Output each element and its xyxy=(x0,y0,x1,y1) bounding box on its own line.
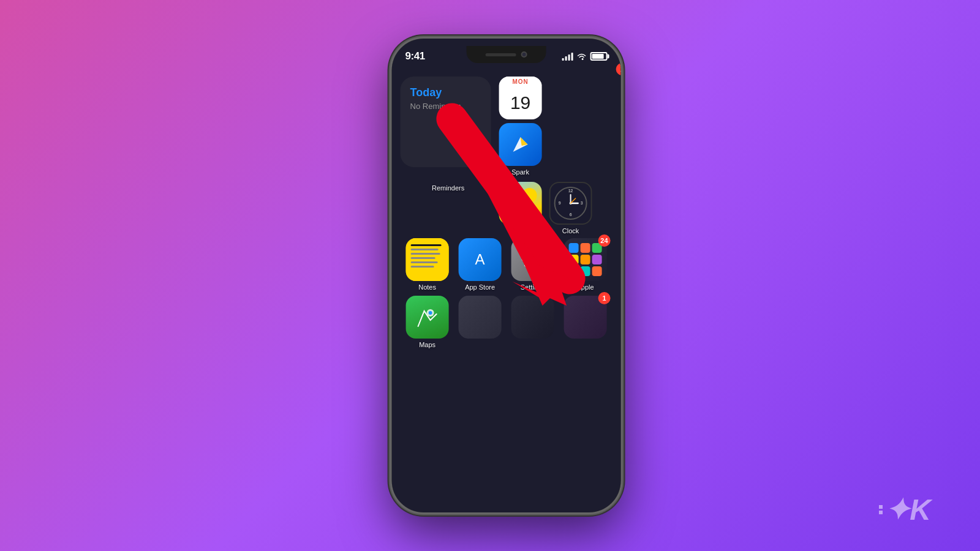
svg-point-11 xyxy=(530,257,535,262)
clock-label: Clock xyxy=(562,227,579,234)
svg-rect-18 xyxy=(524,263,528,268)
multi1-app-icon[interactable] xyxy=(459,296,502,339)
svg-rect-19 xyxy=(537,263,541,268)
notes-label: Notes xyxy=(418,283,436,291)
svg-rect-16 xyxy=(524,251,528,255)
background: 9:41 xyxy=(0,0,980,551)
apple-folder-icon[interactable]: 24 xyxy=(564,238,607,281)
status-time: 9:41 xyxy=(405,50,425,62)
app-cell-spark: Spark xyxy=(497,123,544,176)
app-cell-clock: 12 3 6 9 C xyxy=(548,182,594,234)
calendar-day: MON xyxy=(499,77,542,86)
watermark-dots xyxy=(879,505,883,514)
appstore-app-icon[interactable]: A xyxy=(459,238,502,281)
front-camera xyxy=(521,51,527,58)
multi2-app-icon[interactable] xyxy=(511,296,554,339)
status-icons xyxy=(562,52,608,61)
apple-folder-label: Apple xyxy=(577,283,594,291)
appstore-label: App Store xyxy=(465,283,495,291)
spark-label: Spark xyxy=(511,168,529,176)
app-cell-multi3: 1 xyxy=(562,296,609,348)
notch xyxy=(467,46,546,63)
svg-text:12: 12 xyxy=(568,189,573,193)
svg-point-21 xyxy=(429,311,432,315)
calendar-app-icon[interactable]: MON 19 xyxy=(499,77,542,119)
app-cell-multi2: 1 xyxy=(510,296,556,348)
settings-app-icon[interactable] xyxy=(511,238,554,281)
app-cell-maps: Maps xyxy=(404,296,451,348)
svg-rect-15 xyxy=(540,258,544,261)
reminders-label: Reminders xyxy=(403,184,494,192)
knowtechie-watermark: ✦K xyxy=(879,492,931,527)
app-cell-multi1 xyxy=(457,296,503,348)
spark-icon-svg xyxy=(508,132,533,157)
app-cell-calendar: MON 19 xyxy=(497,77,544,119)
apple-folder-badge: 24 xyxy=(598,234,610,247)
signal-icon xyxy=(562,52,573,61)
svg-rect-13 xyxy=(532,267,534,271)
battery-icon xyxy=(590,52,608,61)
svg-rect-12 xyxy=(532,249,534,252)
app-row-2: Reminders Weather xyxy=(401,182,612,234)
app-cell-appstore: A App Store xyxy=(457,238,503,291)
weather-app-icon[interactable] xyxy=(499,182,542,225)
settings-label: Settings xyxy=(521,283,545,291)
app-grid: Today No Reminders MON 19 xyxy=(392,70,621,512)
clock-face-svg: 12 3 6 9 xyxy=(554,186,588,220)
maps-icon-svg xyxy=(412,302,443,332)
phone-screen: 9:41 xyxy=(392,39,621,512)
multi3-app-icon[interactable]: 1 xyxy=(564,296,607,339)
notes-app-icon[interactable] xyxy=(406,238,449,281)
reminders-label-cell: Reminders xyxy=(403,182,494,234)
app-row-3: Notes A App Store xyxy=(401,238,612,291)
weather-sun xyxy=(522,188,537,203)
multi3-badge: 1 xyxy=(598,292,611,304)
watermark-k: ✦K xyxy=(885,492,931,527)
speaker-grille xyxy=(486,53,516,56)
svg-rect-14 xyxy=(522,258,526,261)
svg-text:6: 6 xyxy=(570,212,572,217)
calendar-date: 19 xyxy=(499,86,542,119)
widget-no-reminders: No Reminders xyxy=(410,102,481,111)
reminders-widget[interactable]: Today No Reminders xyxy=(401,77,491,167)
app-cell-settings: Settings xyxy=(510,238,556,291)
right-top-col: MON 19 Sp xyxy=(497,77,544,176)
appstore-icon-svg: A xyxy=(468,247,492,272)
svg-text:3: 3 xyxy=(581,201,583,205)
app-cell-weather: Weather xyxy=(497,182,544,234)
svg-text:A: A xyxy=(475,251,485,268)
phone-frame: 9:41 xyxy=(390,37,623,514)
svg-rect-17 xyxy=(537,251,541,255)
clock-app-icon[interactable]: 12 3 6 9 xyxy=(549,182,592,225)
app-cell-apple-folder: 24 xyxy=(562,238,609,291)
maps-label: Maps xyxy=(419,341,435,348)
weather-label: Weather xyxy=(508,227,533,234)
weather-cloud xyxy=(504,204,529,217)
wifi-icon xyxy=(577,53,587,61)
settings-gear-svg xyxy=(519,246,546,273)
app-row-4: Maps xyxy=(401,296,612,348)
svg-text:9: 9 xyxy=(559,201,561,205)
widget-today-label: Today xyxy=(410,86,481,99)
maps-app-icon[interactable] xyxy=(406,296,449,339)
spark-app-icon[interactable] xyxy=(499,123,542,166)
app-cell-notes: Notes xyxy=(404,238,451,291)
